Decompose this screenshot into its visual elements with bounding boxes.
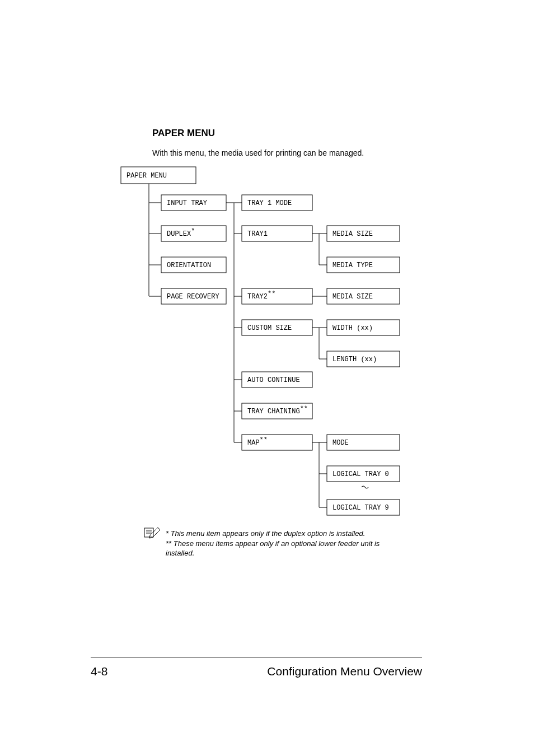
section-heading: PAPER MENU — [152, 128, 215, 139]
box-tray2: TRAY2** — [247, 290, 275, 301]
box-map: MAP** — [247, 436, 268, 447]
svg-rect-48 — [144, 528, 153, 537]
footer-title: Configuration Menu Overview — [267, 665, 422, 678]
box-orientation: ORIENTATION — [167, 262, 211, 269]
box-page-recovery: PAGE RECOVERY — [167, 293, 219, 301]
box-input-tray: INPUT TRAY — [167, 199, 207, 207]
box-paper-menu: PAPER MENU — [127, 172, 167, 180]
box-auto-continue: AUTO CONTINUE — [247, 376, 300, 384]
box-custom-size: CUSTOM SIZE — [247, 324, 292, 332]
box-tray-chaining: TRAY CHAINING** — [247, 405, 308, 416]
footer-divider — [91, 657, 422, 657]
menu-tree-diagram: PAPER MENU INPUT TRAY DUPLEX* ORIENTATIO… — [118, 164, 431, 522]
box-media-type: MEDIA TYPE — [332, 262, 373, 269]
footnote-text: * This menu item appears only if the dup… — [166, 529, 401, 558]
box-media-size-1: MEDIA SIZE — [332, 230, 373, 238]
note-icon — [143, 526, 161, 539]
box-logical-tray-0: LOGICAL TRAY 0 — [332, 470, 389, 478]
box-duplex: DUPLEX* — [167, 227, 195, 238]
box-width: WIDTH (xx) — [332, 324, 373, 332]
intro-text: With this menu, the media used for print… — [152, 148, 364, 157]
box-length: LENGTH (xx) — [332, 356, 377, 363]
box-tray1-mode: TRAY 1 MODE — [247, 199, 292, 207]
box-media-size-2: MEDIA SIZE — [332, 293, 373, 301]
box-mode: MODE — [332, 439, 349, 447]
box-tray1: TRAY1 — [247, 230, 268, 238]
box-logical-tray-9: LOGICAL TRAY 9 — [332, 504, 389, 512]
page-number: 4-8 — [91, 665, 107, 678]
